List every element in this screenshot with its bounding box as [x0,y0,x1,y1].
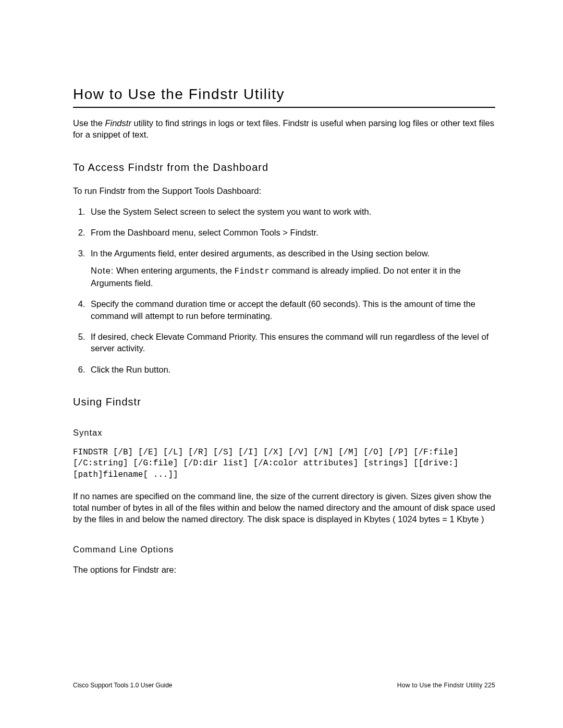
section-heading-using: Using Findstr [73,396,495,408]
syntax-heading: Syntax [73,428,495,438]
syntax-paragraph: If no names are specified on the command… [73,490,495,525]
step-3-note: Note: When entering arguments, the Finds… [91,265,495,289]
intro-text-prefix: Use the [73,118,105,128]
step-3: In the Arguments field, enter desired ar… [88,248,495,289]
cli-options-intro: The options for Findstr are: [73,564,495,575]
title-rule [73,107,495,108]
page-title: How to Use the Findstr Utility [73,86,495,104]
footer-left: Cisco Support Tools 1.0 User Guide [73,682,173,689]
note-text-before: When entering arguments, the [114,266,234,275]
section-heading-access: To Access Findstr from the Dashboard [73,162,495,174]
syntax-block: FINDSTR [/B] [/E] [/L] [/R] [/S] [/I] [/… [73,447,495,481]
intro-emphasis: Findstr [105,118,131,128]
intro-paragraph: Use the Findstr utility to find strings … [73,117,495,141]
note-code: Findstr [235,267,270,276]
step-6: Click the Run button. [88,364,495,375]
step-2: From the Dashboard menu, select Common T… [88,227,495,238]
cli-options-heading: Command Line Options [73,545,495,554]
page-footer: Cisco Support Tools 1.0 User Guide How t… [73,682,495,689]
note-label: Note: [91,266,114,275]
step-4: Specify the command duration time or acc… [88,298,495,322]
footer-right: How to Use the Findstr Utility 225 [397,682,495,689]
section1-intro: To run Findstr from the Support Tools Da… [73,185,495,196]
intro-text-suffix: utility to find strings in logs or text … [73,118,494,139]
step-1: Use the System Select screen to select t… [88,206,495,217]
steps-list: Use the System Select screen to select t… [73,206,495,375]
step-3-text: In the Arguments field, enter desired ar… [91,249,430,258]
step-5: If desired, check Elevate Command Priori… [88,331,495,354]
document-page: How to Use the Findstr Utility Use the F… [0,0,563,728]
